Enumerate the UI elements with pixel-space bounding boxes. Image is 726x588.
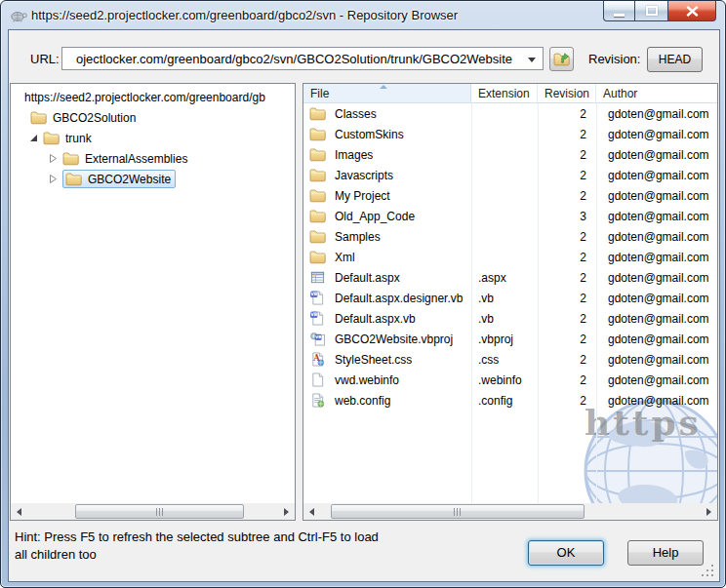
file-name: Xml: [335, 251, 355, 264]
minimize-button[interactable]: [603, 1, 635, 21]
document-file-icon: [309, 372, 326, 387]
column-header-revision[interactable]: Revision: [538, 84, 596, 102]
url-label: URL:: [30, 52, 60, 66]
column-header-author[interactable]: Author: [596, 84, 717, 102]
file-author: gdoten@gmail.com: [596, 271, 717, 285]
file-name: Images: [335, 148, 373, 162]
file-name: vwd.webinfo: [335, 373, 399, 387]
file-row[interactable]: Default.aspx .aspx 2 gdoten@gmail.com: [303, 267, 717, 288]
tree-item-label: ExternalAssemblies: [85, 152, 187, 166]
file-revision: 2: [538, 169, 596, 182]
file-extension: .vbproj: [471, 333, 538, 346]
tree-horizontal-scrollbar[interactable]: [11, 503, 295, 520]
file-extension: .vb: [471, 292, 538, 305]
file-row[interactable]: Javascripts 2 gdoten@gmail.com: [303, 165, 717, 185]
file-row[interactable]: Default.aspx.designer.vb .vb 2 gdoten@gm…: [303, 288, 717, 308]
help-button[interactable]: Help: [627, 540, 704, 566]
repository-browser-window: https://seed2.projectlocker.com/greenboa…: [0, 0, 726, 588]
aspx-file-icon: [309, 270, 326, 285]
selected-tree-item-highlight: GBCO2Website: [62, 170, 176, 188]
maximize-button[interactable]: [635, 1, 667, 21]
tortoisesvn-app-icon: [10, 9, 27, 23]
tree-item-externalassemblies[interactable]: ExternalAssemblies: [11, 148, 295, 169]
file-row[interactable]: StyleSheet.css .css 2 gdoten@gmail.com: [303, 349, 717, 370]
tree-item-trunk[interactable]: trunk: [11, 128, 295, 148]
file-name: Javascripts: [335, 169, 393, 182]
file-row[interactable]: Classes 2 gdoten@gmail.com: [303, 103, 717, 124]
folder-icon: [309, 147, 326, 162]
file-revision: 2: [538, 128, 596, 141]
revision-head-button[interactable]: HEAD: [647, 47, 703, 72]
file-revision: 2: [538, 148, 596, 162]
tree-item-gbco2website-selected[interactable]: GBCO2Website: [11, 169, 295, 189]
file-revision: 2: [538, 251, 596, 264]
file-author: gdoten@gmail.com: [596, 394, 717, 408]
file-author: gdoten@gmail.com: [596, 353, 717, 367]
scroll-right-arrow[interactable]: [278, 503, 295, 520]
file-row[interactable]: Images 2 gdoten@gmail.com: [303, 144, 717, 165]
file-revision: 2: [538, 394, 596, 408]
file-author: gdoten@gmail.com: [596, 189, 717, 203]
titlebar[interactable]: https://seed2.projectlocker.com/greenboa…: [1, 1, 725, 30]
file-row[interactable]: CustomSkins 2 gdoten@gmail.com: [303, 124, 717, 144]
file-name: My Project: [335, 189, 390, 203]
expander-expanded-icon[interactable]: [29, 133, 39, 143]
resize-grip[interactable]: [702, 565, 715, 578]
file-row[interactable]: Samples 2 gdoten@gmail.com: [303, 226, 717, 247]
file-author: gdoten@gmail.com: [596, 292, 717, 305]
maximize-icon: [646, 6, 658, 16]
scroll-left-arrow[interactable]: [303, 503, 320, 520]
sort-ascending-icon: [380, 85, 387, 89]
file-extension: .config: [471, 394, 538, 408]
file-revision: 2: [538, 373, 596, 387]
file-author: gdoten@gmail.com: [596, 251, 717, 264]
list-header: File Extension Revision Author: [303, 84, 717, 103]
close-button[interactable]: [667, 1, 716, 21]
scroll-right-arrow[interactable]: [701, 503, 717, 520]
file-row[interactable]: Xml 2 gdoten@gmail.com: [303, 247, 717, 267]
file-revision: 3: [538, 210, 596, 223]
scroll-left-arrow[interactable]: [11, 503, 27, 520]
file-name: Default.aspx.vb: [335, 312, 416, 326]
revision-label: Revision:: [588, 52, 640, 66]
tree-item-gbco2solution[interactable]: GBCO2Solution: [11, 107, 295, 128]
tree-item-root[interactable]: https://seed2.projectlocker.com/greenboa…: [11, 87, 295, 107]
thumb-grip: [156, 508, 164, 516]
file-extension: .webinfo: [471, 373, 538, 387]
file-revision: 2: [538, 353, 596, 367]
url-combobox[interactable]: ojectlocker.com/greenboard/gbco2/svn/GBC…: [61, 47, 544, 70]
file-row[interactable]: web.config .config 2 gdoten@gmail.com: [303, 390, 717, 411]
file-row[interactable]: Old_App_Code 3 gdoten@gmail.com: [303, 206, 717, 226]
folder-up-icon: [553, 51, 570, 67]
file-name: Default.aspx.designer.vb: [335, 292, 463, 305]
file-revision: 2: [538, 292, 596, 305]
scrollbar-thumb[interactable]: [75, 504, 244, 519]
expander-collapsed-icon[interactable]: [49, 174, 59, 184]
combo-dropdown-icon[interactable]: [528, 58, 536, 62]
folder-icon: [309, 209, 326, 223]
minimize-icon: [614, 14, 625, 17]
url-history-button[interactable]: [549, 47, 574, 71]
folder-icon: [309, 188, 326, 203]
ok-button[interactable]: OK: [528, 540, 604, 566]
url-value: ojectlocker.com/greenboard/gbco2/svn/GBC…: [76, 52, 523, 66]
file-row[interactable]: vwd.webinfo .webinfo 2 gdoten@gmail.com: [303, 370, 717, 390]
expander-collapsed-icon[interactable]: [49, 153, 59, 164]
folder-icon: [43, 131, 60, 145]
file-row[interactable]: GBCO2Website.vbproj .vbproj 2 gdoten@gma…: [303, 329, 717, 349]
file-row[interactable]: Default.aspx.vb .vb 2 gdoten@gmail.com: [303, 308, 717, 329]
file-author: gdoten@gmail.com: [596, 210, 717, 223]
column-header-extension[interactable]: Extension: [471, 84, 538, 102]
list-horizontal-scrollbar[interactable]: [303, 503, 717, 520]
folder-icon: [309, 106, 326, 121]
file-name: web.config: [335, 394, 390, 408]
css-file-icon: [309, 352, 326, 367]
file-extension: .vb: [471, 312, 538, 326]
file-author: gdoten@gmail.com: [596, 148, 717, 162]
file-row[interactable]: My Project 2 gdoten@gmail.com: [303, 185, 717, 206]
folder-icon: [309, 250, 326, 264]
thumb-grip: [454, 508, 462, 516]
tree-item-label: trunk: [65, 132, 92, 145]
scrollbar-thumb[interactable]: [331, 504, 585, 519]
column-header-file[interactable]: File: [303, 84, 471, 102]
